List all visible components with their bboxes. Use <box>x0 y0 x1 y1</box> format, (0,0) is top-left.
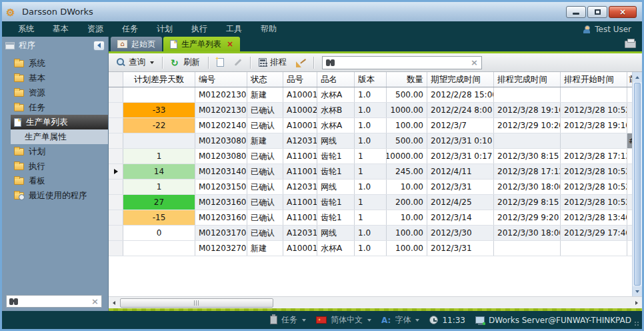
binoculars-search-icon <box>9 298 18 305</box>
column-header[interactable]: 期望完成时间 <box>427 72 494 87</box>
tab-close-icon[interactable]: × <box>227 40 233 48</box>
sidebar-item-label: 最近使用的程序 <box>29 190 87 202</box>
column-header[interactable]: 状态 <box>247 72 283 87</box>
menu-item[interactable]: 执行 <box>182 21 217 37</box>
cell-diff: 0 <box>123 226 195 240</box>
sidebar-item-label: 任务 <box>29 102 45 113</box>
scroll-right-button[interactable] <box>631 297 642 308</box>
tab-active[interactable]: 生产单列表× <box>163 37 240 51</box>
menu-item[interactable]: 系统 <box>9 21 43 37</box>
menu-item[interactable]: 帮助 <box>251 21 286 37</box>
chevron-down-icon <box>367 319 371 322</box>
home-icon <box>117 40 127 48</box>
printer-icon[interactable] <box>625 41 636 48</box>
column-header[interactable]: 数量 <box>387 72 427 87</box>
table-row[interactable]: 27M012031601已确认A11001齿轮11200.002012/4/25… <box>109 195 632 210</box>
table-row[interactable]: 14M012031402已确认A11001齿轮11245.002012/4/11… <box>109 164 632 180</box>
column-header[interactable]: 编号 <box>195 72 247 87</box>
sidebar-item[interactable]: 最近使用的程序 <box>11 188 108 203</box>
cell-end: 2012/3/28 19:10 <box>494 103 561 117</box>
vertical-scroll-thumb[interactable] <box>634 83 641 286</box>
chevron-down-icon <box>150 61 154 64</box>
table-row[interactable]: M012030801新建A12031网线1.0500.002012/3/31 0… <box>109 133 632 149</box>
column-header[interactable]: 品名 <box>317 72 355 87</box>
menu-item[interactable]: 资源 <box>78 21 113 37</box>
cell-diff <box>123 241 195 256</box>
toolbar-button-magnifier[interactable]: 查询 <box>114 55 157 69</box>
vertical-scrollbar[interactable] <box>632 72 642 296</box>
statusbar-item-flag-cn[interactable]: 简体中文 <box>316 314 371 326</box>
column-header[interactable]: 品号 <box>283 72 317 87</box>
table-row[interactable]: 0M012031701已确认A12031网线1.0100.002012/3/30… <box>109 226 632 241</box>
toolbar-button-broom[interactable] <box>293 57 308 69</box>
column-header[interactable]: 版本 <box>355 72 387 87</box>
menu-items: 系统基本资源任务计划执行工具帮助 <box>9 21 286 37</box>
cell-name: 齿轮1 <box>317 195 355 210</box>
table-row[interactable]: -22M012021401已确认A10001水杯A1.0100.002012/3… <box>109 118 632 133</box>
cell-ver: 1 <box>355 210 387 225</box>
resize-grip[interactable] <box>635 322 640 327</box>
sidebar-item[interactable]: 系统 <box>11 56 108 71</box>
toolbar-buttons: 查询刷新排程 <box>114 55 315 69</box>
toolbar-button-pencil[interactable] <box>231 57 245 68</box>
sidebar-item[interactable]: 计划 <box>11 144 108 159</box>
sidebar-search-input[interactable] <box>21 297 89 306</box>
user-menu[interactable]: Test User <box>583 25 631 34</box>
tab-inactive[interactable]: 起始页 <box>111 37 162 51</box>
horizontal-scroll-thumb[interactable] <box>120 298 273 308</box>
cell-due: 2012/3/31 <box>427 241 494 256</box>
close-button[interactable]: × <box>609 6 637 18</box>
title-bar: Darsson DWorks × <box>2 2 642 21</box>
cell-code: M012031501 <box>195 180 247 194</box>
clear-search-icon[interactable]: × <box>471 58 478 67</box>
column-header-partial[interactable]: 前 <box>627 72 632 87</box>
sidebar-item[interactable]: 资源 <box>11 85 108 100</box>
user-name: Test User <box>595 25 631 34</box>
sidebar-item[interactable]: 看板 <box>11 174 108 188</box>
cell-qty: 10.00 <box>387 210 427 225</box>
minimize-button[interactable] <box>566 6 586 18</box>
statusbar-item-clipboard[interactable]: 任务 <box>270 314 306 326</box>
column-header[interactable]: 排程开始时间 <box>561 72 627 87</box>
menu-item[interactable]: 计划 <box>147 21 182 37</box>
sidebar-collapse-button[interactable] <box>93 41 105 51</box>
sidebar-title: 程序 <box>19 40 89 51</box>
column-header[interactable]: 计划差异天数 <box>123 72 195 87</box>
sidebar-item[interactable]: 基本 <box>11 71 108 85</box>
table-row[interactable]: -33M012021302已确认A10002水杯B1.01000.002012/… <box>109 103 632 118</box>
sidebar-item-label: 计划 <box>29 146 45 157</box>
table-row[interactable]: -15M012031602已确认A11001齿轮1110.002012/3/14… <box>109 210 632 226</box>
arrow-up-icon <box>635 76 639 79</box>
cell-code: M012021401 <box>195 118 247 133</box>
scroll-up-button[interactable] <box>633 72 642 82</box>
statusbar-item-font-a[interactable]: A:字体 <box>381 314 419 326</box>
sidebar-item[interactable]: 生产单列表 <box>11 115 108 129</box>
document-icon <box>14 118 21 127</box>
scroll-left-button[interactable] <box>109 297 119 308</box>
menu-item[interactable]: 任务 <box>113 21 147 37</box>
horizontal-scrollbar[interactable] <box>109 296 642 308</box>
sidebar-item[interactable]: 生产单属性 <box>11 129 108 144</box>
table-row[interactable]: 1M012031501已确认A12031网线1.010.002012/3/312… <box>109 180 632 195</box>
row-indicator-cell <box>109 133 123 148</box>
table-row[interactable]: 1M012030802已确认A11001齿轮1110000.002012/3/3… <box>109 149 632 164</box>
restore-button[interactable] <box>587 6 607 18</box>
sidebar-item-label: 资源 <box>29 87 45 99</box>
clear-search-icon[interactable]: × <box>91 297 99 306</box>
statusbar-label: DWorks Server@FUNWAY-THINKPAD <box>489 316 631 325</box>
toolbar-button-refresh[interactable]: 刷新 <box>168 55 203 69</box>
sidebar-item[interactable]: 任务 <box>11 100 108 115</box>
cell-due: 2012/3/14 <box>427 210 494 225</box>
table-row[interactable]: M012021301新建A10001水杯A1.0500.002012/2/28 … <box>109 87 632 103</box>
cell-diff: -22 <box>123 118 195 133</box>
cell-diff: 27 <box>123 195 195 210</box>
toolbar-button-new-doc[interactable] <box>214 57 227 68</box>
menu-item[interactable]: 工具 <box>217 21 251 37</box>
column-header[interactable]: 排程完成时间 <box>494 72 561 87</box>
table-row[interactable]: M012032701新建A10001水杯A1.0100.002012/3/31 <box>109 241 632 256</box>
menu-item[interactable]: 基本 <box>43 21 78 37</box>
sidebar-item[interactable]: 执行 <box>11 159 108 174</box>
toolbar-button-calculator[interactable]: 排程 <box>256 55 289 69</box>
scroll-down-button[interactable] <box>633 286 642 296</box>
toolbar-search-input[interactable] <box>338 58 467 67</box>
